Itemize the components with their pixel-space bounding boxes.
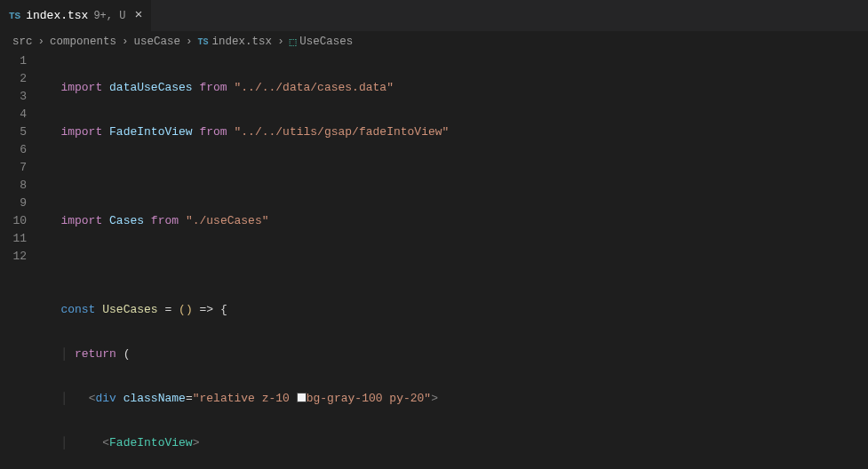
chevron-right-icon: ›	[184, 36, 195, 48]
tab-modified-indicator: 9+, U	[93, 10, 125, 22]
line-number: 12	[0, 248, 27, 266]
breadcrumb-item[interactable]: index.tsx	[212, 36, 273, 48]
code-line[interactable]	[40, 257, 861, 274]
tab-bar: TS index.tsx 9+, U ×	[0, 0, 868, 31]
line-number: 6	[0, 141, 27, 159]
code-line[interactable]: import dataUseCases from "../../data/cas…	[40, 79, 861, 97]
line-number: 2	[0, 70, 27, 88]
code-area[interactable]: import dataUseCases from "../../data/cas…	[40, 52, 868, 469]
line-number: 10	[0, 212, 27, 230]
line-number-gutter: 1 2 3 4 5 6 7 8 9 10 11 12	[0, 52, 40, 469]
color-swatch	[297, 393, 307, 402]
code-line[interactable]: │ return (	[40, 346, 861, 363]
line-number: 9	[0, 195, 27, 212]
editor-tab[interactable]: TS index.tsx 9+, U ×	[0, 0, 152, 31]
chevron-right-icon: ›	[36, 36, 47, 48]
close-icon[interactable]: ×	[134, 8, 142, 23]
breadcrumb-item[interactable]: useCase	[134, 36, 181, 48]
line-number: 5	[0, 123, 27, 141]
line-number: 8	[0, 177, 27, 195]
code-line[interactable]: import Cases from "./useCases"	[40, 212, 861, 230]
line-number: 3	[0, 88, 27, 106]
breadcrumb[interactable]: src › components › useCase › TS index.ts…	[0, 31, 868, 52]
line-number: 11	[0, 230, 27, 248]
code-line[interactable]	[40, 168, 861, 186]
code-line[interactable]: │ <div className="relative z-10 bg-gray-…	[40, 390, 861, 408]
code-editor[interactable]: 1 2 3 4 5 6 7 8 9 10 11 12 import dataUs…	[0, 52, 868, 469]
code-line[interactable]: import FadeIntoView from "../../utils/gs…	[40, 123, 861, 141]
chevron-right-icon: ›	[275, 36, 286, 48]
line-number: 7	[0, 159, 27, 177]
symbol-icon: ⬚	[290, 35, 297, 49]
line-number: 1	[0, 52, 27, 70]
code-line[interactable]: const UseCases = () => {	[40, 301, 861, 319]
code-line[interactable]: │ <FadeIntoView>	[40, 434, 861, 452]
tab-filename: index.tsx	[26, 9, 88, 22]
breadcrumb-item[interactable]: src	[12, 36, 33, 48]
typescript-icon: TS	[198, 37, 209, 47]
line-number: 4	[0, 106, 27, 123]
breadcrumb-item[interactable]: components	[50, 36, 116, 48]
typescript-icon: TS	[9, 11, 20, 21]
chevron-right-icon: ›	[120, 36, 131, 48]
breadcrumb-item[interactable]: UseCases	[299, 36, 353, 48]
